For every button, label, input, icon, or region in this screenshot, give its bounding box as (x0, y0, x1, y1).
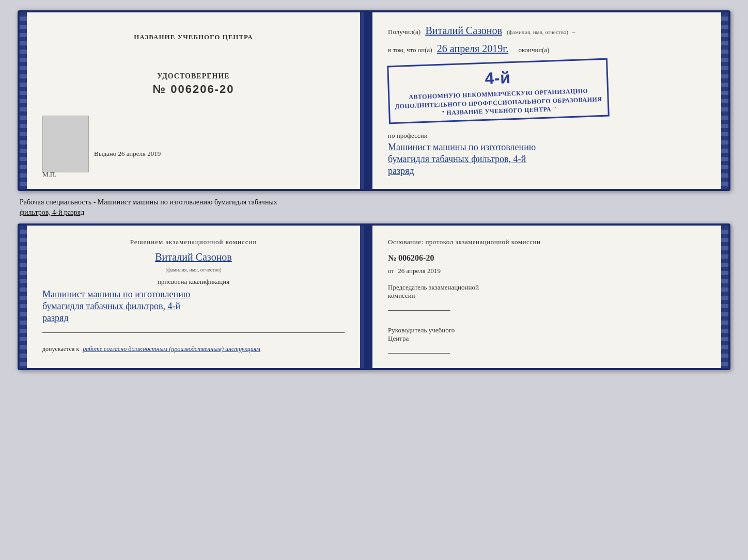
left-spine-deco (20, 12, 27, 189)
resheniem-title: Решением экзаменационной комиссии (42, 238, 345, 246)
bottom-right-spine-deco (721, 226, 728, 368)
right-spine-deco (721, 12, 728, 189)
bottom-book-spine (364, 226, 372, 368)
bottom-name-hint-container: (фамилия, имя, отчество) (42, 264, 345, 274)
dopuskaetsya-text: работе согласно должностным (производств… (83, 345, 260, 353)
poluchil-line: Получил(а) Виталий Сазонов (фамилия, имя… (388, 25, 690, 37)
vtom-date: 26 апреля 2019г. (437, 43, 508, 54)
bottom-name: Виталий Сазонов (155, 251, 232, 263)
profession-line2: бумагидля табачных фильтров, 4-й (388, 154, 690, 165)
spec-text1: Рабочая специальность - Машинист машины … (20, 198, 277, 206)
rukovoditel-sig-line (388, 353, 450, 354)
predsedatel-label: Председатель экзаменационной комиссии (388, 283, 690, 311)
ot-date: 26 апреля 2019 (398, 267, 441, 275)
predsedatel-sig-line (388, 310, 450, 311)
name-hint: (фамилия, имя, отчество) (507, 29, 568, 35)
stamp-container: 4-й АВТОНОМНУЮ НЕКОММЕРЧЕСКУЮ ОРГАНИЗАЦИ… (388, 59, 690, 123)
vydano-line: Выдано 26 апреля 2019 (94, 150, 345, 158)
predsedatel-line2: комиссии (388, 292, 415, 299)
vtom-prefix: в том, что он(а) (388, 46, 432, 54)
okonchil-label: окончил(а) (518, 46, 549, 54)
bottom-name-container: Виталий Сазонов (42, 251, 345, 263)
top-right-page: Получил(а) Виталий Сазонов (фамилия, имя… (372, 12, 721, 189)
center-title: НАЗВАНИЕ УЧЕБНОГО ЦЕНТРА (42, 33, 345, 41)
spec-label: Рабочая специальность - Машинист машины … (18, 197, 730, 217)
ot-prefix: от (388, 267, 394, 275)
profession-line1: Машинист машины по изготовлению (388, 142, 690, 153)
rukovoditel-line1: Руководитель учебного (388, 326, 455, 334)
bottom-right-page: Основание: протокол экзаменационной коми… (372, 226, 721, 368)
ot-line: от 26 апреля 2019 (388, 267, 690, 275)
prisvoena-label: присвоена квалификация (42, 278, 345, 286)
vydano-label: Выдано (94, 150, 116, 157)
nom-value: № 006206-20 (388, 253, 434, 262)
nom-line: № 006206-20 (388, 253, 690, 263)
osnovanie-title: Основание: протокол экзаменационной коми… (388, 238, 690, 246)
qual-line3: разряд (42, 313, 345, 324)
udostoverenie-label: УДОСТОВЕРЕНИЕ (42, 72, 345, 81)
vtom-line: в том, что он(а) 26 апреля 2019г. окончи… (388, 43, 690, 55)
recipient-name: Виталий Сазонов (425, 25, 502, 36)
po-professii-label: по профессии (388, 132, 690, 140)
udostoverenie-num: № 006206-20 (42, 83, 345, 96)
predsedatel-line1: Председатель экзаменационной (388, 283, 479, 291)
poluchil-label: Получил(а) (388, 28, 420, 36)
top-left-page: НАЗВАНИЕ УЧЕБНОГО ЦЕНТРА УДОСТОВЕРЕНИЕ №… (27, 12, 364, 189)
book-spine (364, 12, 372, 189)
photo-placeholder (42, 116, 89, 172)
qual-line2: бумагидля табачных фильтров, 4-й (42, 301, 345, 312)
mp-label: М.П. (42, 170, 56, 179)
dash1: – (572, 28, 575, 36)
profession-line3: разряд (388, 166, 690, 177)
bottom-name-hint: (фамилия, имя, отчество) (166, 267, 222, 273)
dopuskaetsya-prefix: допускается к (42, 345, 79, 353)
bottom-left-spine-deco (20, 226, 27, 368)
udostoverenie-section: УДОСТОВЕРЕНИЕ № 006206-20 (42, 72, 345, 96)
dopuskaetsya-line: допускается к работе согласно должностны… (42, 345, 345, 353)
bottom-left-page: Решением экзаменационной комиссии Витали… (27, 226, 364, 368)
stamp-box: 4-й АВТОНОМНУЮ НЕКОММЕРЧЕСКУЮ ОРГАНИЗАЦИ… (387, 58, 609, 124)
underline-field-1 (42, 328, 345, 333)
vydano-date: 26 апреля 2019 (118, 150, 161, 157)
bottom-diploma-book: Решением экзаменационной комиссии Витали… (18, 223, 730, 370)
rukovoditel-line2: Центра (388, 334, 409, 342)
top-diploma-book: НАЗВАНИЕ УЧЕБНОГО ЦЕНТРА УДОСТОВЕРЕНИЕ №… (18, 10, 730, 191)
qual-line1: Машинист машины по изготовлению (42, 289, 345, 300)
spec-text2: фильтров, 4-й разряд (20, 209, 84, 216)
rukovoditel-label: Руководитель учебного Центра (388, 326, 690, 354)
